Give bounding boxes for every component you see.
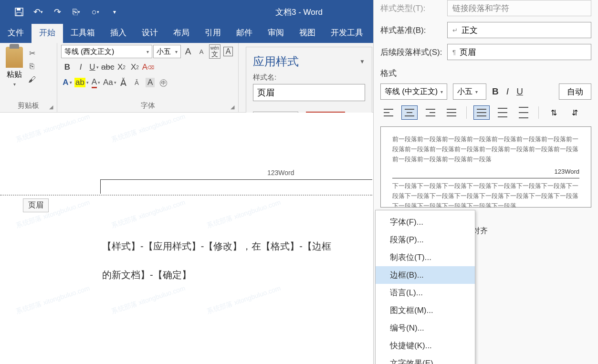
tab-developer[interactable]: 开发工具 [323,22,371,43]
shrink-font-icon[interactable]: A [195,45,208,58]
clear-format-icon[interactable]: A⌫ [142,61,154,73]
page-edge [100,179,372,180]
header-boundary [0,195,372,196]
tab-toolbox[interactable]: 工具箱 [63,22,103,43]
format-menu: 字体(F)... 段落(P)... 制表位(T)... 边框(B)... 语言(… [375,210,475,364]
format-section-label: 格式 [374,63,598,82]
spacing-2-button[interactable] [515,105,532,120]
char-border-icon[interactable]: A [222,45,234,58]
next-style-label: 后续段落样式(S): [380,47,442,58]
tab-mail[interactable]: 邮件 [229,22,260,43]
doc-line2: 的新文档】-【确定】 [102,261,191,288]
header-text: 123Word [267,169,294,177]
bold-button[interactable]: B [61,61,73,73]
font-name-select[interactable]: 等线 (西文正文)▾ [61,45,152,58]
menu-language[interactable]: 语言(L)... [376,284,475,302]
subscript-button[interactable]: X2 [115,61,127,73]
strike-button[interactable]: abc [101,61,114,73]
menu-tabs[interactable]: 制表位(T)... [376,249,475,266]
font-size-select[interactable]: 小五▾ [153,45,181,58]
align-right-button[interactable] [422,105,439,120]
cut-icon[interactable]: ✂ [27,48,37,58]
align-center-button[interactable] [401,105,418,120]
apply-styles-title: 应用样式 [253,54,299,69]
undo-icon[interactable]: ↶▾ [29,2,48,21]
next-style-select[interactable]: ¶页眉 [447,44,591,60]
dlg-font-name-select[interactable]: 等线 (中文正文)▾ [380,83,447,100]
document-title: 文档3 - Word [275,7,323,18]
redo-icon[interactable]: ↷ [48,2,67,21]
format-painter-icon[interactable]: 🖌 [27,74,37,85]
paste-label: 粘贴 [7,70,22,80]
menu-numbering[interactable]: 编号(N)... [376,319,475,337]
tab-review[interactable]: 审阅 [260,22,292,43]
font-color-icon[interactable]: A [90,76,102,89]
menu-frame[interactable]: 图文框(M)... [376,302,475,319]
underline-button[interactable]: U [88,61,100,73]
style-type-select[interactable]: 链接段落和字符 [447,0,591,16]
shrink-font2-icon[interactable]: Ǎ [131,76,143,89]
phonetic-guide-icon[interactable]: wén文 [209,45,221,58]
touch-icon[interactable]: ○▾ [86,2,105,21]
menu-paragraph[interactable]: 段落(P)... [376,231,475,249]
grow-font2-icon[interactable]: Ǎ [117,76,130,89]
tab-file[interactable]: 文件 [0,22,31,43]
align-left-button[interactable] [380,105,397,120]
italic-button[interactable]: I [74,61,87,73]
change-case-icon[interactable]: Aa [103,76,116,89]
qat-more-icon[interactable]: ▾ [105,2,124,21]
menu-font[interactable]: 字体(F)... [376,213,475,231]
superscript-button[interactable]: X2 [128,61,141,73]
enclose-char-icon[interactable]: ㊥ [157,76,170,89]
clipboard-launcher[interactable]: ◢ [49,104,53,110]
dlg-italic-button[interactable]: I [506,86,509,97]
dlg-font-size-select[interactable]: 小五▾ [453,83,486,100]
indent-before-icon[interactable]: ⇅ [546,105,562,120]
paste-button[interactable]: 粘贴 ▾ [4,45,25,89]
tab-view[interactable]: 视图 [292,22,323,43]
font-launcher[interactable]: ◢ [231,104,234,110]
align-justify-button[interactable] [443,105,460,120]
tab-design[interactable]: 设计 [134,22,166,43]
clipboard-icon [6,47,23,68]
style-base-select[interactable]: ↵正文 [447,22,591,38]
menu-border[interactable]: 边框(B)... [376,266,475,284]
clipboard-group-label: 剪贴板◢ [4,101,53,111]
save-icon[interactable] [10,2,29,21]
tab-layout[interactable]: 布局 [166,22,197,43]
header-label: 页眉 [23,198,49,212]
copy-icon[interactable]: ⎘ [27,61,37,72]
dlg-bold-button[interactable]: B [492,86,499,97]
style-name-label: 样式名: [253,73,365,82]
doc-line1: 【样式】-【应用样式】-【修改】，在【格式】-【边框 [102,233,331,260]
style-name-input[interactable] [253,84,365,101]
style-base-label: 样式基准(B): [380,25,442,36]
text-effects-icon[interactable]: A [61,76,73,89]
tab-home[interactable]: 开始 [31,22,63,43]
dlg-underline-button[interactable]: U [516,86,523,97]
menu-text-effect[interactable]: 文字效果(E)... [376,354,475,364]
pane-dropdown-icon[interactable]: ▼ [359,58,365,65]
svg-rect-1 [17,8,21,10]
spacing-15-button[interactable] [494,105,511,120]
char-shading-icon[interactable]: A [144,76,157,89]
spacing-1-button[interactable] [473,105,490,120]
auto-color-button[interactable]: 自动 [559,83,591,100]
style-type-label: 样式类型(T): [380,3,442,14]
menu-shortcut[interactable]: 快捷键(K)... [376,337,475,354]
font-group-label: 字体◢ [61,101,234,111]
qat-icon[interactable]: ⎘▾ [67,2,86,21]
indent-after-icon[interactable]: ⇵ [567,105,583,120]
highlight-icon[interactable]: ab [74,76,89,89]
style-preview: 前一段落前一段落前一段落前一段落前一段落前一段落前一段落前一段落前一段落前一段落… [380,126,591,208]
page-edge-v [100,179,101,194]
tab-references[interactable]: 引用 [197,22,229,43]
svg-rect-2 [17,12,21,16]
tab-insert[interactable]: 插入 [103,22,134,43]
grow-font-icon[interactable]: A [182,45,194,58]
